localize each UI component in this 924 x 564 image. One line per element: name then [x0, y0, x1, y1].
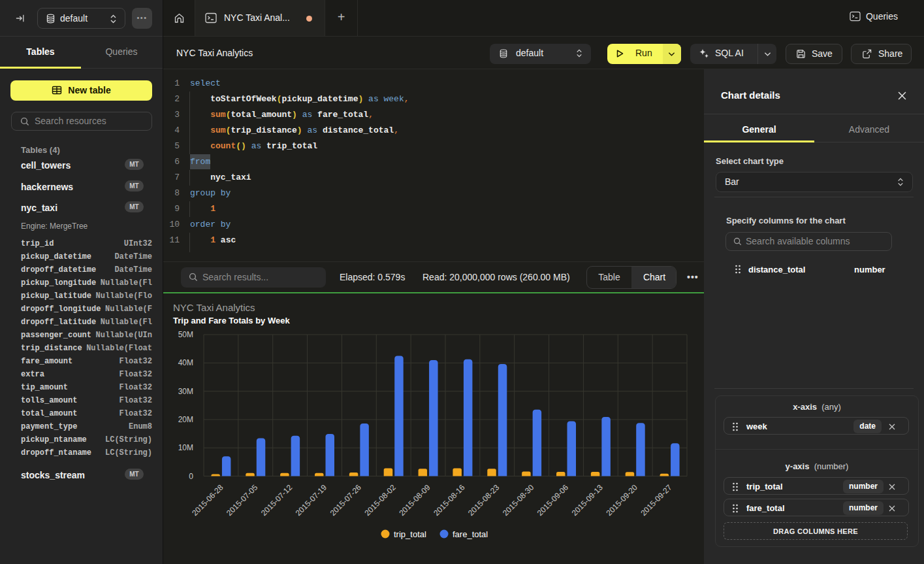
- svg-text:0: 0: [189, 472, 193, 481]
- svg-text:20M: 20M: [178, 415, 193, 424]
- svg-text:2015-09-13: 2015-09-13: [570, 483, 605, 518]
- svg-text:2015-09-27: 2015-09-27: [639, 483, 674, 518]
- svg-text:2015-08-23: 2015-08-23: [466, 483, 502, 518]
- svg-text:50M: 50M: [178, 330, 193, 339]
- svg-text:2015-08-30: 2015-08-30: [501, 483, 536, 518]
- svg-text:2015-07-05: 2015-07-05: [225, 483, 260, 518]
- svg-text:2015-09-06: 2015-09-06: [535, 483, 571, 518]
- svg-text:2015-08-02: 2015-08-02: [363, 483, 398, 518]
- svg-text:40M: 40M: [178, 358, 193, 367]
- svg-text:2015-06-28: 2015-06-28: [190, 483, 225, 518]
- svg-text:10M: 10M: [178, 443, 193, 452]
- svg-text:2015-07-19: 2015-07-19: [294, 483, 329, 518]
- svg-text:2015-08-16: 2015-08-16: [432, 483, 467, 518]
- svg-text:fare_total: fare_total: [453, 529, 488, 539]
- svg-text:2015-07-26: 2015-07-26: [328, 483, 364, 518]
- svg-text:30M: 30M: [178, 387, 193, 396]
- svg-text:2015-09-20: 2015-09-20: [605, 483, 640, 518]
- svg-text:2015-08-09: 2015-08-09: [397, 483, 432, 518]
- svg-text:2015-07-12: 2015-07-12: [259, 483, 295, 518]
- svg-text:trip_total: trip_total: [394, 529, 426, 539]
